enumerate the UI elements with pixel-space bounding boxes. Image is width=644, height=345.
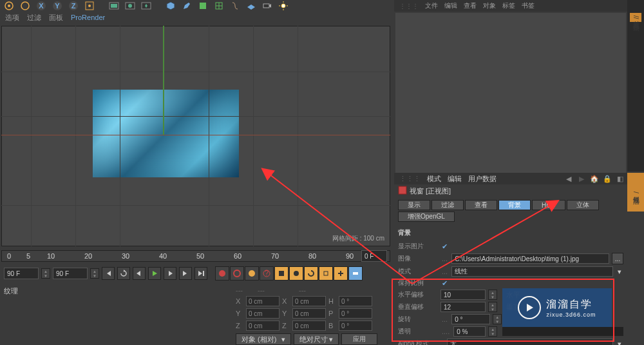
cube-icon[interactable] xyxy=(163,1,178,11)
attr-mode[interactable]: 模式 xyxy=(427,174,441,184)
om-bookmarks[interactable]: 书签 xyxy=(522,1,535,10)
menu-filter[interactable]: 过滤 xyxy=(27,13,41,23)
nav-up-icon[interactable]: 🏠 xyxy=(590,174,599,183)
show-image-checkbox[interactable]: ✔ xyxy=(440,242,448,250)
x-size-input[interactable]: 0 cm xyxy=(292,296,326,306)
play-button[interactable] xyxy=(148,267,161,280)
rotation-input[interactable]: 0 ° xyxy=(451,314,490,324)
z-pos-input[interactable]: 0 cm xyxy=(246,320,279,331)
goto-last-button[interactable] xyxy=(194,267,207,280)
x-axis-icon[interactable]: X xyxy=(33,1,49,11)
pivot-icon[interactable] xyxy=(82,1,97,11)
viewport[interactable]: 网格间距 : 100 cm xyxy=(1,26,390,246)
svg-rect-37 xyxy=(399,186,406,194)
tab-background[interactable]: 背景 xyxy=(498,200,531,210)
tab-filter[interactable]: 过滤 xyxy=(431,200,464,210)
tab-hud[interactable]: HUD xyxy=(532,200,565,210)
om-view[interactable]: 查看 xyxy=(464,1,477,10)
orbit2-icon[interactable] xyxy=(17,1,33,11)
menu-panel[interactable]: 面板 xyxy=(49,13,63,23)
orbit-icon[interactable] xyxy=(1,1,17,11)
render-settings-icon[interactable] xyxy=(138,1,154,11)
y-size-input[interactable]: 0 cm xyxy=(292,308,326,319)
nav-back-icon[interactable]: ◀ xyxy=(564,174,573,183)
h-offset-input[interactable]: 10 xyxy=(440,290,486,300)
render-region-icon[interactable] xyxy=(122,1,138,11)
nav-lock-icon[interactable]: 🔒 xyxy=(603,174,612,183)
next-frame-button[interactable] xyxy=(164,267,176,280)
rot-key-icon[interactable] xyxy=(304,266,318,281)
loop-button[interactable] xyxy=(117,267,130,280)
b-rot-input[interactable]: 0 ° xyxy=(339,320,372,331)
menu-options[interactable]: 选项 xyxy=(5,13,19,23)
pen-icon[interactable] xyxy=(179,1,194,11)
h-offset-spinner[interactable]: ▲▼ xyxy=(488,290,497,300)
frame-start-spinner[interactable]: ▲▼ xyxy=(41,268,50,279)
abs-size-dropdown[interactable]: 绝对尺寸▾ xyxy=(294,333,339,345)
y-axis-icon[interactable]: Y xyxy=(50,1,65,11)
render-icon[interactable] xyxy=(106,1,122,11)
v-offset-spinner[interactable]: ▲▼ xyxy=(488,302,497,312)
frame-start-input[interactable]: 90 F xyxy=(4,268,39,279)
timeline-ruler[interactable]: 0 5 10 20 30 40 50 60 70 80 90 0 F xyxy=(1,250,390,262)
attr-edit[interactable]: 编辑 xyxy=(448,174,462,184)
menu-prorender[interactable]: ProRender xyxy=(71,14,105,21)
camera-icon[interactable] xyxy=(260,1,275,11)
relative-dropdown[interactable]: 对象 (相对)▾ xyxy=(236,333,291,345)
om-object[interactable]: 对象 xyxy=(483,1,496,10)
z-size-input[interactable]: 0 cm xyxy=(292,320,326,331)
rotation-spinner[interactable]: ▲▼ xyxy=(493,314,502,324)
svg-text:X: X xyxy=(39,2,44,10)
ruler-end-field[interactable]: 0 F xyxy=(361,250,387,262)
alpha-mode-dropdown[interactable]: 无 xyxy=(447,339,613,345)
frame-end-input[interactable]: 90 F xyxy=(53,268,88,279)
opacity-input[interactable]: 0 % xyxy=(453,326,486,337)
tab-display[interactable]: 显示 xyxy=(398,200,430,210)
prev-frame-button[interactable] xyxy=(133,267,146,280)
opacity-spinner[interactable]: ▲▼ xyxy=(488,326,497,337)
frame-end-spinner[interactable]: ▲▼ xyxy=(90,268,99,279)
side-tab-objects[interactable]: 对象/内容浏览器/场景 xyxy=(630,13,641,22)
nav-fwd-icon[interactable]: ▶ xyxy=(577,174,586,183)
om-tags[interactable]: 标签 xyxy=(502,1,515,10)
p-rot-input[interactable]: 0 ° xyxy=(339,308,372,319)
v-offset-input[interactable]: 12 xyxy=(440,302,486,312)
pla-key-icon[interactable] xyxy=(334,266,348,281)
z-axis-icon[interactable]: Z xyxy=(66,1,81,11)
goto-end-button[interactable] xyxy=(179,267,192,280)
toggle-icon[interactable] xyxy=(348,266,363,281)
svg-point-10 xyxy=(88,5,91,7)
tab-stereo[interactable]: 立体 xyxy=(567,200,599,210)
key-settings-icon[interactable] xyxy=(245,266,259,281)
image-path-input[interactable]: C:\Users\Administrator\Desktop\timg (1).… xyxy=(451,253,609,264)
record-button[interactable] xyxy=(215,266,229,281)
side-tab-attrs[interactable]: 属性/层 xyxy=(627,173,644,212)
object-tree[interactable] xyxy=(395,13,626,173)
om-file[interactable]: 文件 xyxy=(425,1,438,10)
y-pos-input[interactable]: 0 cm xyxy=(246,308,279,319)
mode-dropdown[interactable]: 线性 xyxy=(451,266,613,277)
opacity-slider[interactable] xyxy=(502,327,623,336)
lattice-icon[interactable] xyxy=(211,1,227,11)
browse-button[interactable]: ... xyxy=(612,253,623,264)
pos-key-icon[interactable] xyxy=(274,266,289,281)
keep-ratio-checkbox[interactable]: ✔ xyxy=(440,279,448,287)
om-edit[interactable]: 编辑 xyxy=(444,1,457,10)
tab-view[interactable]: 查看 xyxy=(465,200,497,210)
floor-icon[interactable] xyxy=(243,1,259,11)
nav-new-icon[interactable]: ◧ xyxy=(616,174,625,183)
help-icon[interactable]: ? xyxy=(260,266,274,281)
scale-key-icon[interactable] xyxy=(289,266,303,281)
deformer-icon[interactable] xyxy=(227,1,243,11)
texture-label: 纹理 xyxy=(4,286,18,296)
autokey-button[interactable] xyxy=(230,266,244,281)
attr-userdata[interactable]: 用户数据 xyxy=(468,174,497,184)
nurbs-icon[interactable] xyxy=(195,1,211,11)
light-icon[interactable] xyxy=(276,1,291,11)
h-rot-input[interactable]: 0 ° xyxy=(339,296,372,306)
x-pos-input[interactable]: 0 cm xyxy=(246,296,279,306)
tab-opengl[interactable]: 增强OpenGL xyxy=(398,212,455,222)
apply-button[interactable]: 应用 xyxy=(341,333,377,345)
param-key-icon[interactable] xyxy=(319,266,333,281)
goto-start-button[interactable] xyxy=(102,267,115,280)
